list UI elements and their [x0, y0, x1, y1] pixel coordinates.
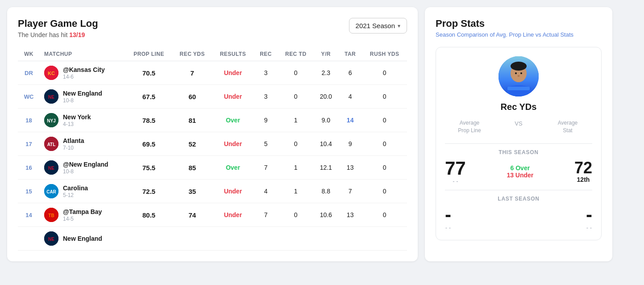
rec-cell: 9 [253, 109, 278, 132]
prop-line-cell [125, 227, 172, 251]
team-info: New York 4-13 [63, 113, 91, 127]
svg-text:CAR: CAR [46, 189, 56, 194]
rec-yds-cell: 60 [172, 85, 212, 109]
rush-yds-cell: 0 [362, 132, 407, 156]
wk-cell: 17 [18, 132, 40, 156]
yr-cell: 2.3 [313, 61, 338, 85]
rec-yds-cell: 35 [172, 180, 212, 203]
col-rec: REC [253, 47, 278, 61]
season-selector[interactable]: 2021 Season ▾ [349, 18, 407, 34]
prop-stats-card: Rec YDs AverageProp Line VS AverageStat … [436, 47, 602, 240]
rec-cell: 3 [253, 61, 278, 85]
wk-cell: 15 [18, 180, 40, 203]
result-cell: Under [212, 180, 253, 203]
table-row: 16 NE @New England 10-8 75.5 85 Over 7 1… [18, 156, 407, 180]
team-name: @Tampa Bay [63, 208, 102, 215]
svg-rect-23 [507, 87, 530, 90]
team-name: Atlanta [63, 137, 84, 144]
matchup-inner: KC @Kansas City 14-6 [44, 66, 121, 80]
rec-yds-cell: 52 [172, 132, 212, 156]
team-name: @New England [63, 161, 108, 168]
under-text: 13 Under [507, 172, 533, 179]
team-name: Carolina [63, 184, 88, 192]
chevron-down-icon: ▾ [398, 23, 400, 29]
table-row: 18 NYJ New York 4-13 78.5 81 Over 9 1 9.… [18, 109, 407, 132]
result-cell: Over [212, 109, 253, 132]
table-row: NE New England [18, 227, 407, 251]
rec-cell: 7 [253, 156, 278, 180]
result-badge: Under [224, 188, 242, 195]
over-under-col: 6 Over 13 Under [507, 164, 533, 179]
rush-yds-cell: 0 [362, 61, 407, 85]
table-row: 17 ATL Atlanta 7-10 69.5 52 Under 5 0 10… [18, 132, 407, 156]
matchup-inner: CAR Carolina 5-12 [44, 184, 121, 198]
season-divider-1 [445, 143, 592, 144]
prop-stats-subtitle: Season Comparison of Avg. Prop Line vs A… [436, 31, 602, 38]
team-record: 10-8 [63, 97, 102, 104]
avg-prop-line-label: AverageProp Line [445, 119, 494, 134]
team-record: 7-10 [63, 145, 84, 151]
yr-cell: 9.0 [313, 109, 338, 132]
matchup-cell: NE @New England 10-8 [40, 156, 125, 180]
panel-header: Player Game Log The Under has hit 13/19 … [18, 18, 407, 38]
tar-cell: 6 [338, 61, 362, 85]
rec-td-cell [278, 227, 313, 251]
rec-cell: 3 [253, 85, 278, 109]
col-results: RESULTS [212, 47, 253, 61]
table-row: WC NE New England 10-8 67.5 60 Under 3 0… [18, 85, 407, 109]
rush-yds-cell: 0 [362, 203, 407, 227]
avg-stat-label: AverageStat [543, 119, 592, 134]
avg-prop-line-col: AverageProp Line [445, 119, 494, 134]
matchup-inner: TB @Tampa Bay 14-5 [44, 208, 121, 222]
rush-yds-cell [362, 227, 407, 251]
svg-text:TB: TB [48, 213, 54, 218]
tar-cell: 7 [338, 180, 362, 203]
table-row: 14 TB @Tampa Bay 14-5 80.5 74 Under 7 0 … [18, 203, 407, 227]
matchup-cell: KC @Kansas City 14-6 [40, 61, 125, 85]
yr-cell: 8.8 [313, 180, 338, 203]
yr-cell: 10.4 [313, 132, 338, 156]
rec-yds-cell: 7 [172, 61, 212, 85]
rec-yds-cell: 74 [172, 203, 212, 227]
this-season-prop-col: 77 - - [445, 159, 466, 184]
this-season-prop-number: 77 [445, 159, 466, 178]
last-season-block: LAST SEASON - - - - - - [445, 196, 592, 231]
this-season-stat-number: 72 [574, 160, 592, 176]
last-season-stat-number: - [586, 205, 592, 224]
result-cell: Over [212, 156, 253, 180]
rec-td-cell: 0 [278, 132, 313, 156]
team-name: @Kansas City [63, 66, 105, 73]
rush-yds-cell: 0 [362, 156, 407, 180]
player-avatar-img [499, 56, 539, 96]
rec-cell [253, 227, 278, 251]
rec-td-cell: 1 [278, 180, 313, 203]
game-log-table-wrapper[interactable]: WK MATCHUP PROP LINE REC YDS RESULTS REC… [18, 47, 407, 251]
result-cell: Under [212, 203, 253, 227]
this-season-prop-dash: - - [445, 178, 466, 184]
avatar-svg [499, 56, 539, 96]
result-cell [212, 227, 253, 251]
prop-line-cell: 78.5 [125, 109, 172, 132]
team-logo: CAR [44, 184, 58, 198]
matchup-cell: NE New England 10-8 [40, 85, 125, 109]
last-season-prop-col: - - - [445, 205, 451, 231]
team-record: 5-12 [63, 192, 88, 198]
rec-yds-cell [172, 227, 212, 251]
under-stat: The Under has hit 13/19 [18, 31, 98, 38]
last-season-stats-row: - - - - - - [445, 205, 592, 231]
last-season-stat-col: - - - [586, 205, 592, 231]
prop-line-cell: 75.5 [125, 156, 172, 180]
team-info: @Tampa Bay 14-5 [63, 208, 102, 222]
wk-cell [18, 227, 40, 251]
game-log-tbody: DR KC @Kansas City 14-6 70.5 7 Under 3 0… [18, 61, 407, 251]
wk-cell: WC [18, 85, 40, 109]
tar-cell: 13 [338, 156, 362, 180]
matchup-inner: ATL Atlanta 7-10 [44, 137, 121, 151]
over-text: 6 Over [507, 164, 533, 172]
matchup-cell: NYJ New York 4-13 [40, 109, 125, 132]
this-season-block: THIS SEASON 77 - - 6 Over 13 Under 72 12… [445, 149, 592, 184]
last-season-prop-number: - [445, 205, 451, 224]
svg-point-19 [511, 62, 527, 71]
team-info: Atlanta 7-10 [63, 137, 84, 151]
vs-label: VS [494, 119, 543, 127]
